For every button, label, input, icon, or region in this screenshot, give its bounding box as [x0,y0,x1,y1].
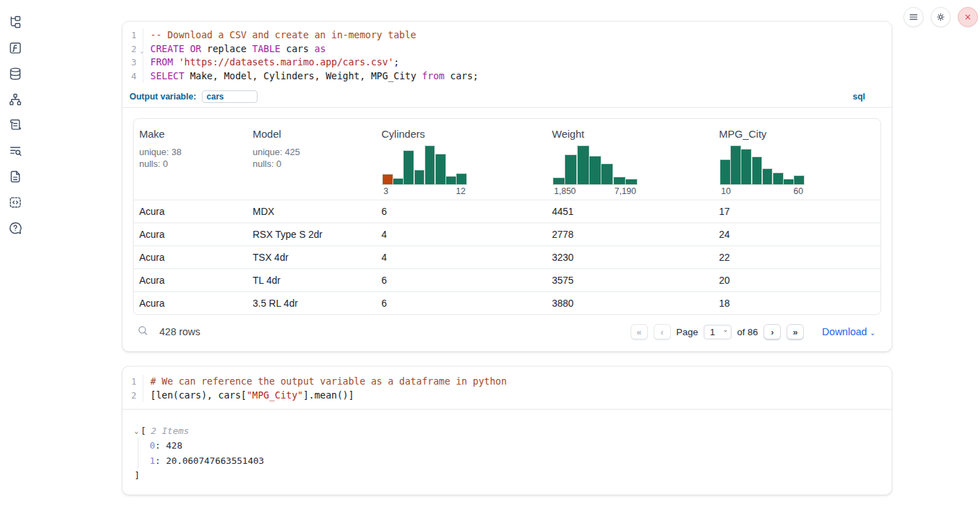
table-row[interactable]: AcuraTSX 4dr4323022 [134,246,880,268]
line-number: 2 [122,389,143,403]
table-header: Make unique: 38 nulls: 0 Model unique: 4… [134,119,880,200]
output-variable-row: Output variable: sql [122,88,892,108]
python-code-editor[interactable]: 1# We can reference the output variable … [122,367,892,409]
table-cell: Acura [134,206,247,217]
notebook-cells: 1-- Download a CSV and create an in-memo… [122,21,892,507]
code-line[interactable]: 2[len(cars), cars["MPG_City"].mean()] [122,389,892,403]
table-row[interactable]: AcuraMDX6445117 [134,200,880,223]
table-cell: 4451 [546,206,713,217]
previous-page-button[interactable]: ‹ [654,324,671,339]
code-line[interactable]: 2⌄CREATE OR replace TABLE cars as [122,42,892,56]
line-number: 1 [122,375,143,389]
code-line[interactable]: 1-- Download a CSV and create an in-memo… [122,29,892,42]
last-page-button[interactable]: » [787,324,804,339]
tree-item: 1: 20.060747663551403 [150,453,881,469]
line-number: 4 [122,70,143,83]
histogram-bar [741,150,751,184]
table-row[interactable]: Acura3.5 RL 4dr6388018 [134,291,880,314]
table-row[interactable]: AcuraTL 4dr6357520 [134,268,880,291]
histogram-bar [415,170,425,184]
data-table: Make unique: 38 nulls: 0 Model unique: 4… [133,118,881,315]
table-cell: 18 [713,298,880,309]
line-number: 1 [122,29,143,42]
download-button[interactable]: Download ⌄ [822,326,876,337]
table-cell: Acura [134,298,247,309]
help-icon[interactable] [8,221,22,235]
table-cell: MDX [247,206,376,217]
snippets-icon[interactable] [8,195,22,209]
code-line[interactable]: 3FROM 'https://datasets.marimo.app/cars.… [122,56,892,70]
table-cell: Acura [134,252,247,263]
python-cell: 1# We can reference the output variable … [122,366,892,495]
documentation-icon[interactable] [8,170,22,184]
table-row[interactable]: AcuraRSX Type S 2dr4277824 [134,223,880,246]
hist-min-label: 1,850 [554,186,576,196]
next-page-button[interactable]: › [764,324,781,339]
histogram-bar [436,154,445,184]
column-header-weight[interactable]: Weight 1,850 7,190 [546,128,713,196]
language-badge: sql [853,92,865,102]
histogram-bar [383,175,393,184]
histogram-bar [752,157,762,184]
histogram-bar [393,179,403,184]
open-bracket: [ [141,426,146,436]
gear-icon [935,12,946,22]
settings-button[interactable] [931,7,951,27]
table-cell: 6 [376,298,546,309]
table-cell: 4 [376,252,546,263]
weight-histogram[interactable] [553,146,637,184]
page-select[interactable]: 1 [704,325,732,339]
column-header-cylinders[interactable]: Cylinders 3 12 [376,128,546,196]
shutdown-button[interactable] [958,7,978,27]
histogram-bar [425,146,435,184]
dependency-graph-icon[interactable] [8,92,22,106]
cylinders-histogram[interactable] [383,146,466,184]
table-cell: 3880 [546,298,713,309]
top-controls [903,7,978,27]
page-total-label: of 86 [737,327,758,337]
items-count-label: 2 Items [151,426,189,436]
column-header-make[interactable]: Make unique: 38 nulls: 0 [134,128,247,196]
column-nulls-stat: nulls: 0 [139,158,242,170]
list-output-tree: ⌄ [ 2 Items 0: 4281: 20.060747663551403 … [133,420,881,484]
histogram-bar [601,164,612,184]
sql-code-editor[interactable]: 1-- Download a CSV and create an in-memo… [122,22,892,88]
output-variable-label: Output variable: [129,92,196,102]
output-variable-input[interactable] [202,90,258,103]
table-cell: Acura [134,275,247,286]
code-line[interactable]: 4SELECT Make, Model, Cylinders, Weight, … [122,70,892,83]
histogram-bar [565,155,576,184]
code-line[interactable]: 1# We can reference the output variable … [122,375,892,389]
mpg-city-histogram[interactable] [720,146,804,184]
column-header-mpg-city[interactable]: MPG_City 10 60 [713,128,880,196]
logs-icon[interactable] [8,144,22,158]
column-unique-stat: unique: 38 [139,146,242,158]
file-explorer-icon[interactable] [8,15,22,29]
first-page-button[interactable]: « [631,324,648,339]
python-cell-output: ⌄ [ 2 Items 0: 4281: 20.060747663551403 … [122,410,892,494]
histogram-bar [763,169,773,184]
line-number: 3 [122,56,143,70]
scratchpad-icon[interactable] [8,118,22,132]
histogram-bar [794,176,804,184]
helper-functions-icon[interactable] [8,41,22,55]
row-count: 428 rows [159,326,200,337]
datasources-icon[interactable] [8,67,22,81]
table-cell: TL 4dr [247,275,376,286]
search-icon[interactable] [137,325,148,339]
collapse-icon[interactable]: ⌄ [134,427,139,435]
line-number: 2⌄ [122,42,143,56]
hist-max-label: 12 [456,186,466,196]
histogram-bar [457,174,466,184]
histogram-bar [626,179,637,184]
sql-cell-output: Make unique: 38 nulls: 0 Model unique: 4… [122,108,892,351]
hist-max-label: 60 [793,186,803,196]
tree-item: 0: 428 [150,438,881,453]
column-header-model[interactable]: Model unique: 425 nulls: 0 [247,128,376,196]
hist-max-label: 7,190 [615,186,636,196]
column-nulls-stat: nulls: 0 [253,158,370,170]
table-footer: 428 rows « ‹ Page 1 ⌄ of 86 › » Down [133,320,881,341]
table-cell: 4 [376,229,546,240]
menu-button[interactable] [903,7,924,27]
hist-min-label: 3 [384,186,388,196]
